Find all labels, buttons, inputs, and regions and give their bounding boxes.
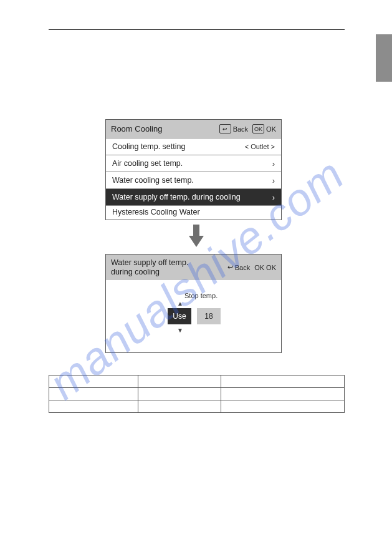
chevron-right-icon: › (272, 193, 275, 202)
back-icon: ↩ (219, 124, 231, 133)
screen-water-supply-off-temp: Water supply off temp.during cooling ↩ B… (105, 254, 282, 353)
ok-button[interactable]: OK OK (254, 264, 276, 271)
menu-item-hysteresis-cooling-water[interactable]: Hysteresis Cooling Water (106, 205, 281, 218)
ok-label: OK (266, 264, 276, 271)
ok-icon: OK (252, 124, 264, 133)
screen-room-cooling: Room Cooling ↩ Back OK OK Cooling temp. … (105, 119, 282, 220)
row-label: Air cooling set temp. (112, 159, 270, 168)
value-control: Use 18 (168, 308, 221, 324)
back-icon: ↩ (227, 263, 233, 271)
table-row (49, 400, 345, 413)
ok-label: OK (266, 125, 276, 133)
back-button[interactable]: ↩ Back (227, 263, 250, 271)
back-button[interactable]: ↩ Back (219, 124, 248, 133)
arrow-down-icon (189, 225, 204, 248)
chevron-down-icon[interactable]: ▼ (176, 327, 184, 334)
row-label: Hysteresis Cooling Water (112, 208, 275, 216)
chevron-right-icon: › (272, 176, 275, 185)
mode-pill[interactable]: Use (168, 308, 191, 324)
section-label: Stop temp. (184, 292, 218, 299)
ok-icon: OK (254, 264, 264, 271)
chevron-up-icon[interactable]: ▲ (176, 301, 184, 307)
ok-button[interactable]: OK OK (252, 124, 276, 133)
screen1-title: Room Cooling (111, 124, 215, 133)
table-row (49, 375, 345, 388)
back-label: Back (233, 125, 248, 133)
page-side-tab (376, 34, 392, 82)
screen1-header: Room Cooling ↩ Back OK OK (106, 120, 281, 138)
menu-item-cooling-temp-setting[interactable]: Cooling temp. setting < Outlet > (106, 138, 281, 155)
row-label: Cooling temp. setting (112, 142, 245, 151)
screen2-header: Water supply off temp.during cooling ↩ B… (106, 254, 281, 280)
row-value: < Outlet > (245, 143, 275, 150)
row-label: Water cooling set temp. (112, 176, 270, 185)
menu-item-water-cooling-set-temp[interactable]: Water cooling set temp. › (106, 172, 281, 188)
screen2-title: Water supply off temp.during cooling (111, 258, 223, 276)
screen2-body: Stop temp. ▲ Use 18 ▼ (106, 280, 281, 352)
menu-item-air-cooling-set-temp[interactable]: Air cooling set temp. › (106, 155, 281, 172)
menu-item-water-supply-off-temp[interactable]: Water supply off temp. during cooling › (106, 188, 281, 205)
value-pill[interactable]: 18 (197, 308, 221, 324)
back-label: Back (235, 264, 250, 271)
table-row (49, 388, 345, 400)
chevron-right-icon: › (272, 159, 275, 168)
spec-table (49, 375, 345, 413)
header-rule (49, 29, 345, 30)
row-label: Water supply off temp. during cooling (112, 193, 270, 201)
